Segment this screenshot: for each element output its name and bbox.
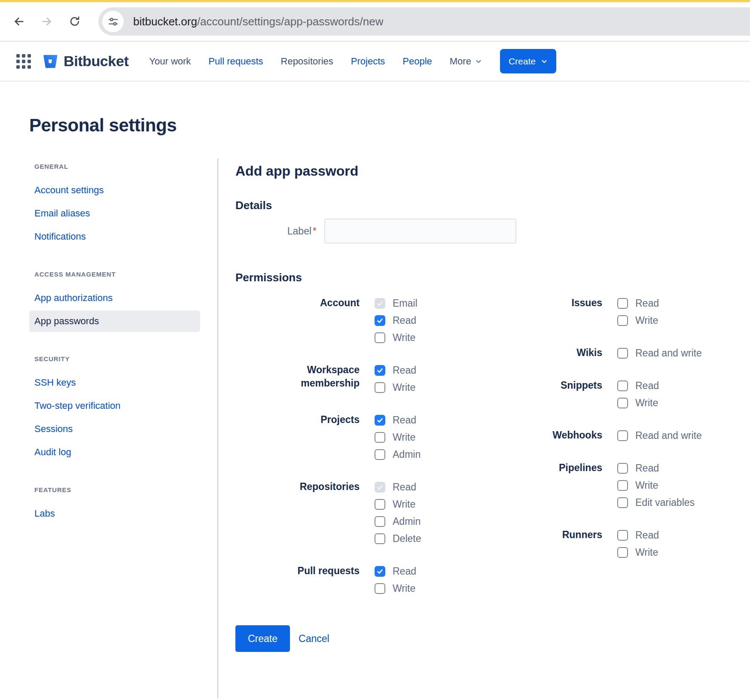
nav-item-people[interactable]: People: [402, 56, 432, 67]
checkbox-row-repositories-admin[interactable]: Admin: [375, 513, 421, 530]
checkbox-checked[interactable]: [375, 415, 385, 426]
checkbox-row-projects-admin[interactable]: Admin: [375, 446, 421, 463]
checkbox-row-wikis-read-and-write[interactable]: Read and write: [617, 344, 702, 362]
checkbox-row-runners-read[interactable]: Read: [617, 527, 659, 544]
checkbox-row-pipelines-read[interactable]: Read: [617, 460, 695, 477]
checkbox-unchecked[interactable]: [375, 432, 385, 443]
nav-item-pull-requests[interactable]: Pull requests: [208, 56, 263, 67]
checkbox-row-repositories-delete[interactable]: Delete: [375, 530, 421, 547]
checkbox-unchecked[interactable]: [375, 499, 385, 510]
app-header: Bitbucket Your workPull requestsReposito…: [0, 42, 750, 82]
perm-options: Read and write: [617, 344, 702, 362]
app-switcher-icon[interactable]: [16, 54, 31, 69]
checkbox-checked[interactable]: [375, 365, 385, 376]
label-input[interactable]: [324, 219, 516, 243]
perm-options: ReadWriteAdminDelete: [375, 478, 421, 547]
checkbox-row-runners-write[interactable]: Write: [617, 544, 659, 561]
sidebar-item-ssh-keys[interactable]: SSH keys: [29, 372, 200, 393]
checkbox-row-snippets-read[interactable]: Read: [617, 377, 659, 394]
grid-dot: [22, 54, 25, 58]
checkbox-unchecked[interactable]: [617, 348, 628, 359]
sidebar-item-app-passwords[interactable]: App passwords: [29, 310, 200, 332]
create-menu-button[interactable]: Create: [500, 49, 556, 73]
checkbox-label: Read: [393, 414, 416, 426]
checkbox-label: Write: [393, 382, 415, 393]
perm-options: ReadWrite: [375, 362, 416, 396]
checkbox-row-pull-requests-read[interactable]: Read: [375, 563, 416, 580]
sidebar-item-account-settings[interactable]: Account settings: [29, 180, 200, 201]
checkbox-row-pull-requests-write[interactable]: Write: [375, 580, 416, 597]
url-text: bitbucket.org/account/settings/app-passw…: [133, 15, 383, 28]
checkbox-label: Write: [393, 432, 415, 443]
checkbox-unchecked[interactable]: [617, 497, 628, 508]
sidebar-item-labs[interactable]: Labs: [29, 503, 200, 524]
checkbox-checked[interactable]: [375, 566, 385, 577]
checkbox-label: Write: [635, 547, 658, 558]
checkbox-unchecked[interactable]: [375, 516, 385, 527]
checkbox-unchecked[interactable]: [375, 449, 385, 460]
checkbox-row-issues-write[interactable]: Write: [617, 312, 659, 329]
browser-reload-button[interactable]: [63, 9, 87, 33]
bitbucket-logo[interactable]: Bitbucket: [42, 52, 128, 70]
checkbox-unchecked[interactable]: [617, 480, 628, 491]
perm-group-title: Runners: [490, 527, 602, 561]
checkbox-row-repositories-write[interactable]: Write: [375, 496, 421, 513]
site-settings-button[interactable]: [102, 11, 124, 32]
perm-group-title: Snippets: [490, 377, 602, 411]
checkbox-unchecked[interactable]: [617, 398, 628, 408]
checkbox-checked[interactable]: [375, 315, 385, 326]
sidebar-section-general: GENERALAccount settingsEmail aliasesNoti…: [29, 163, 217, 247]
browser-forward-button[interactable]: [35, 9, 59, 33]
checkbox-row-workspace-membership-write[interactable]: Write: [375, 379, 416, 396]
checkbox-unchecked[interactable]: [375, 382, 385, 393]
checkbox-row-account-read[interactable]: Read: [375, 312, 418, 329]
cancel-link[interactable]: Cancel: [299, 633, 329, 645]
checkbox-unchecked[interactable]: [375, 332, 385, 343]
checkbox-unchecked[interactable]: [375, 533, 385, 544]
address-bar[interactable]: bitbucket.org/account/settings/app-passw…: [98, 7, 750, 36]
perm-options: ReadWriteAdmin: [375, 411, 421, 463]
settings-main: Add app password Details Label* Permissi…: [217, 163, 750, 652]
checkbox-unchecked[interactable]: [617, 298, 628, 309]
checkbox-unchecked[interactable]: [617, 380, 628, 391]
nav-item-more[interactable]: More: [450, 56, 482, 67]
checkbox-unchecked[interactable]: [617, 530, 628, 541]
perm-group-title: Repositories: [235, 478, 360, 547]
checkbox-unchecked[interactable]: [375, 583, 385, 594]
checkbox-unchecked[interactable]: [617, 430, 628, 441]
checkbox-row-issues-read[interactable]: Read: [617, 295, 659, 312]
checkbox-label: Read: [393, 481, 416, 493]
checkbox-row-projects-write[interactable]: Write: [375, 429, 421, 446]
perm-options: ReadWrite: [617, 527, 659, 561]
checkbox-row-workspace-membership-read[interactable]: Read: [375, 362, 416, 379]
sidebar-section-access-management: ACCESS MANAGEMENTApp authorizationsApp p…: [29, 271, 217, 332]
checkbox-row-webhooks-read-and-write[interactable]: Read and write: [617, 427, 702, 444]
nav-item-projects[interactable]: Projects: [351, 56, 385, 67]
checkbox-row-account-email[interactable]: Email: [375, 295, 418, 312]
nav-item-repositories[interactable]: Repositories: [281, 56, 333, 67]
checkbox-row-account-write[interactable]: Write: [375, 329, 418, 346]
checkbox-row-pipelines-edit-variables[interactable]: Edit variables: [617, 494, 695, 511]
checkbox-unchecked[interactable]: [617, 463, 628, 474]
sidebar-item-two-step-verification[interactable]: Two-step verification: [29, 395, 200, 417]
checkbox-row-projects-read[interactable]: Read: [375, 411, 421, 429]
forward-arrow-icon: [40, 15, 53, 28]
sidebar-item-audit-log[interactable]: Audit log: [29, 441, 200, 463]
perm-group-title: Webhooks: [490, 427, 602, 444]
checkbox-unchecked[interactable]: [617, 315, 628, 326]
checkbox-row-pipelines-write[interactable]: Write: [617, 477, 695, 494]
browser-back-button[interactable]: [7, 9, 31, 33]
url-host: bitbucket.org: [133, 15, 197, 28]
checkbox-unchecked[interactable]: [617, 547, 628, 558]
chevron-down-icon: [541, 58, 548, 65]
checkbox-row-repositories-read[interactable]: Read: [375, 478, 421, 496]
sidebar-section-title: ACCESS MANAGEMENT: [29, 271, 217, 278]
sidebar-item-sessions[interactable]: Sessions: [29, 418, 200, 440]
nav-item-your-work[interactable]: Your work: [149, 56, 191, 67]
sidebar-item-email-aliases[interactable]: Email aliases: [29, 203, 200, 224]
permissions-grid: AccountEmailReadWriteWorkspace membershi…: [235, 295, 750, 612]
sidebar-item-notifications[interactable]: Notifications: [29, 226, 200, 247]
checkbox-row-snippets-write[interactable]: Write: [617, 394, 659, 411]
sidebar-item-app-authorizations[interactable]: App authorizations: [29, 287, 200, 309]
create-submit-button[interactable]: Create: [235, 625, 290, 652]
